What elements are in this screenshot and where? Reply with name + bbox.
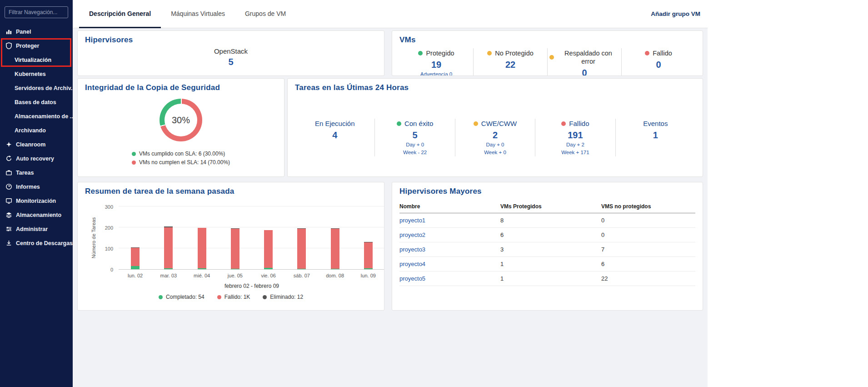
y-tick-label: 200 bbox=[105, 225, 113, 231]
hypervisor-name-link[interactable]: proyecto5 bbox=[399, 275, 500, 282]
legend-dot bbox=[217, 295, 221, 299]
sidebar-item-panel[interactable]: Panel bbox=[0, 25, 73, 39]
stat-value[interactable]: 191 bbox=[537, 130, 613, 140]
last-week-jobs-card: Resumen de tarea de la semana pasada Núm… bbox=[77, 182, 384, 311]
hypervisor-name-link[interactable]: proyecto3 bbox=[399, 246, 500, 253]
sidebar-item-cleanroom[interactable]: Cleanroom bbox=[0, 137, 73, 151]
sidebar-item-kubernetes[interactable]: Kubernetes bbox=[0, 67, 73, 81]
sidebar-item-centro-de-descargas[interactable]: Centro de Descargas bbox=[0, 236, 73, 250]
download-icon bbox=[5, 240, 12, 246]
sla-donut-chart[interactable]: 30% bbox=[160, 99, 202, 141]
add-vm-group-button[interactable]: Añadir grupo VM bbox=[651, 0, 700, 28]
sidebar-item-tareas[interactable]: Tareas bbox=[0, 166, 73, 180]
dashboard-icon bbox=[5, 28, 12, 35]
bar-sab-07[interactable] bbox=[297, 228, 306, 269]
x-axis-tick-label: lun. 09 bbox=[352, 273, 384, 278]
table-header-cell[interactable]: VMS no protegidos bbox=[601, 203, 695, 210]
bar-slot bbox=[319, 207, 352, 269]
bar-mar-03[interactable] bbox=[164, 226, 173, 269]
sidebar-item-servidores-de-archiv[interactable]: Servidores de Archiv... bbox=[0, 81, 73, 95]
bar-segment-fallido bbox=[131, 248, 140, 266]
bar-mie-04[interactable] bbox=[198, 228, 206, 270]
stat-sub: Week + 171 bbox=[537, 149, 613, 156]
sidebar-item-auto-recovery[interactable]: Auto recovery bbox=[0, 151, 73, 166]
sidebar-item-archivando[interactable]: Archivando bbox=[0, 123, 73, 137]
stat-value[interactable]: 0 bbox=[624, 60, 693, 70]
bar-slot bbox=[152, 207, 185, 269]
tab-maquinas-virtuales[interactable]: Máquinas Virtuales bbox=[161, 0, 235, 28]
stat-label: Respaldado con error bbox=[549, 49, 619, 65]
status-dot bbox=[474, 121, 478, 126]
sidebar-item-administrar[interactable]: Administrar bbox=[0, 222, 73, 236]
legend-dot bbox=[132, 152, 136, 156]
hypervisor-name-link[interactable]: proyecto4 bbox=[399, 261, 500, 267]
stat-value[interactable]: 19 bbox=[401, 60, 471, 70]
x-axis-tick-label: sáb. 07 bbox=[285, 273, 318, 278]
sidebar-item-label: Bases de datos bbox=[15, 99, 56, 106]
hypervisor-count-link[interactable]: 5 bbox=[85, 57, 377, 67]
stat-value[interactable]: 22 bbox=[475, 60, 545, 70]
bar-lun-09[interactable] bbox=[364, 242, 373, 269]
bar-segment-completado bbox=[297, 269, 306, 269]
bar-segment-completado bbox=[231, 269, 239, 269]
y-tick-label: 100 bbox=[105, 246, 113, 251]
status-dot bbox=[418, 51, 423, 55]
bar-dom-08[interactable] bbox=[331, 228, 339, 269]
hypervisor-name-link[interactable]: proyecto1 bbox=[399, 217, 500, 224]
vms-stats: Protegido19Advertencia 0No Protegido22Re… bbox=[399, 48, 695, 76]
sidebar-item-informes[interactable]: Informes bbox=[0, 180, 73, 194]
stat-sub: Day + 2 bbox=[537, 141, 613, 148]
stat-label: Protegido bbox=[418, 49, 454, 57]
bar-jue-05[interactable] bbox=[231, 228, 239, 269]
jobs-24h-card: Tareas en las Útimas 24 Horas En Ejecuci… bbox=[287, 78, 703, 177]
table-header-cell[interactable]: Nombre bbox=[399, 203, 500, 210]
sidebar-item-almacenamiento[interactable]: Almacenamiento bbox=[0, 208, 73, 222]
legend-dot bbox=[132, 161, 136, 165]
status-dot bbox=[561, 121, 566, 126]
table-header-cell[interactable]: VMs Protegidos bbox=[500, 203, 601, 210]
sidebar-item-almacenamiento-de[interactable]: Almacenamiento de ... bbox=[0, 109, 73, 123]
bar-lun-02[interactable] bbox=[131, 247, 140, 269]
sidebar-item-label: Centro de Descargas bbox=[16, 240, 73, 246]
stat-value[interactable]: 0 bbox=[549, 68, 619, 76]
tab-grupos-de-vm[interactable]: Grupos de VM bbox=[235, 0, 296, 28]
hypervisors-card: Hipervisores OpenStack 5 bbox=[77, 30, 384, 76]
table-row: proyecto5122 bbox=[399, 271, 695, 286]
sidebar-item-virtualizacion[interactable]: Virtualización bbox=[0, 53, 73, 67]
table-cell: 1 bbox=[500, 261, 601, 267]
y-tick-label: 300 bbox=[105, 204, 113, 210]
last-week-jobs-card-title: Resumen de tarea de la semana pasada bbox=[85, 187, 377, 196]
stat-label: Fallido bbox=[561, 120, 589, 128]
sidebar-item-label: Almacenamiento bbox=[16, 212, 61, 218]
legend-item: Completado: 54 bbox=[159, 294, 205, 300]
sidebar-item-bases-de-datos[interactable]: Bases de datos bbox=[0, 95, 73, 109]
nav-filter-input[interactable] bbox=[5, 6, 68, 18]
stat-label: No Protegido bbox=[487, 49, 534, 57]
stat-value[interactable]: 2 bbox=[457, 130, 533, 140]
stat-value[interactable]: 5 bbox=[377, 130, 453, 140]
sidebar-item-label: Monitorización bbox=[16, 198, 56, 204]
stat-en-ejecucion: En Ejecución4 bbox=[295, 119, 375, 156]
cleanroom-icon bbox=[5, 141, 12, 148]
bar-vie-06[interactable] bbox=[264, 230, 273, 269]
x-axis-tick-label: lun. 02 bbox=[119, 273, 152, 278]
bar-segment-completado bbox=[364, 268, 373, 269]
hypervisor-name-link[interactable]: proyecto2 bbox=[399, 231, 500, 238]
hypervisor-summary: OpenStack 5 bbox=[85, 47, 377, 67]
stat-value[interactable]: 4 bbox=[297, 130, 373, 140]
status-dot bbox=[645, 51, 649, 55]
bar-segment-fallido bbox=[198, 228, 206, 268]
stat-eventos: Eventos1 bbox=[616, 119, 695, 156]
table-cell: 1 bbox=[500, 275, 601, 282]
sidebar-item-monitorizacion[interactable]: Monitorización bbox=[0, 194, 73, 208]
tab-descripcion-general[interactable]: Descripción General bbox=[79, 0, 161, 28]
sidebar-item-proteger[interactable]: Proteger bbox=[0, 39, 73, 53]
stat-value[interactable]: 1 bbox=[618, 130, 693, 140]
stat-label: Eventos bbox=[643, 120, 668, 128]
stat-label: En Ejecución bbox=[315, 120, 355, 128]
y-axis-ticks: 0100200300 bbox=[100, 207, 116, 270]
tab-bar: Descripción GeneralMáquinas VirtualesGru… bbox=[73, 0, 708, 28]
legend-item: Eliminado: 12 bbox=[263, 294, 303, 300]
main-area: Descripción GeneralMáquinas VirtualesGru… bbox=[73, 0, 708, 387]
status-dot bbox=[397, 121, 401, 126]
